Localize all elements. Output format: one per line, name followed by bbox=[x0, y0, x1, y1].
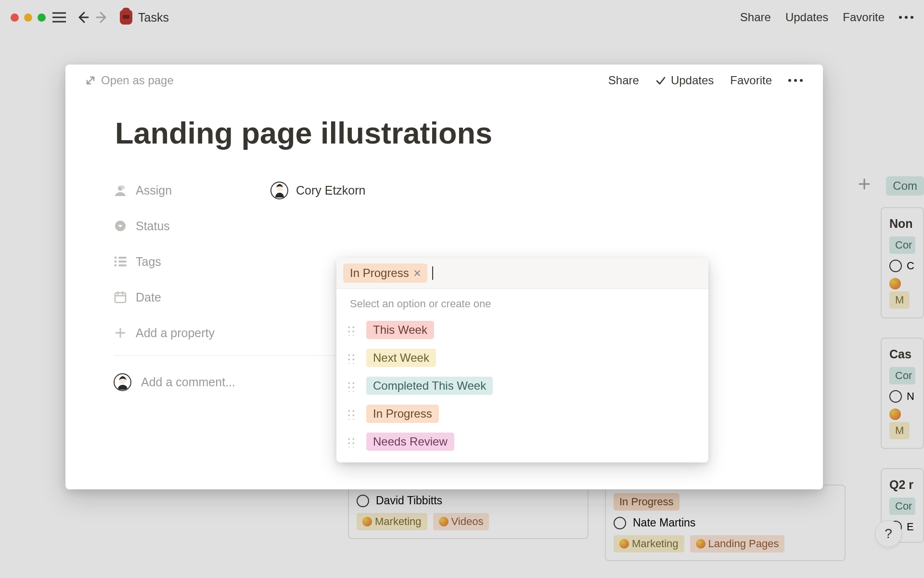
palette-icon bbox=[619, 539, 629, 549]
remove-chip-icon[interactable] bbox=[414, 270, 421, 276]
add-column-button[interactable] bbox=[858, 177, 871, 191]
breadcrumb-title: Tasks bbox=[138, 11, 169, 25]
property-row-assign[interactable]: Assign Cory Etzkorn bbox=[114, 172, 702, 208]
svg-rect-8 bbox=[115, 293, 126, 302]
list-icon bbox=[114, 255, 127, 268]
card-tag-badge: M bbox=[889, 291, 910, 309]
drag-handle-icon[interactable] bbox=[347, 436, 356, 447]
card-assignee: E bbox=[907, 521, 914, 533]
open-as-page-button[interactable]: Open as page bbox=[86, 74, 174, 87]
card-title: Cas bbox=[889, 347, 915, 361]
modal-actions: Share Updates Favorite bbox=[608, 74, 803, 87]
avatar-icon bbox=[889, 260, 902, 272]
window-zoom-icon[interactable] bbox=[38, 13, 46, 22]
app-topbar: Tasks Share Updates Favorite bbox=[0, 0, 924, 35]
drag-handle-icon[interactable] bbox=[347, 380, 356, 392]
more-icon[interactable] bbox=[899, 16, 913, 19]
card-status-badge: In Progress bbox=[614, 493, 680, 511]
board-card[interactable]: David Tibbitts Marketing Videos bbox=[348, 486, 589, 539]
card-title: Non bbox=[889, 217, 915, 231]
svg-rect-3 bbox=[118, 257, 127, 259]
avatar-icon bbox=[270, 182, 288, 199]
option-chip: Needs Review bbox=[366, 433, 454, 451]
modal-favorite-button[interactable]: Favorite bbox=[730, 74, 772, 87]
property-row-status[interactable]: Status bbox=[114, 208, 702, 244]
svg-point-6 bbox=[115, 264, 117, 267]
avatar-icon bbox=[889, 390, 902, 403]
page-title[interactable]: Landing page illustrations bbox=[115, 116, 702, 150]
board-card[interactable]: Non Cor C M bbox=[881, 207, 924, 318]
select-input-area[interactable]: In Progress bbox=[336, 258, 708, 289]
property-label: Assign bbox=[136, 184, 172, 197]
drag-handle-icon[interactable] bbox=[347, 352, 356, 364]
nav-forward-icon[interactable] bbox=[96, 11, 108, 24]
modal-more-icon[interactable] bbox=[788, 79, 803, 82]
select-option[interactable]: In Progress bbox=[336, 400, 708, 428]
option-chip: Next Week bbox=[366, 349, 436, 367]
person-icon bbox=[114, 184, 127, 197]
card-title: Q2 r bbox=[889, 478, 915, 492]
board-card[interactable]: In Progress Nate Martins Marketing Landi… bbox=[605, 485, 846, 561]
updates-button[interactable]: Updates bbox=[785, 11, 828, 24]
card-assignee: N bbox=[907, 390, 914, 403]
nav-back-icon[interactable] bbox=[77, 11, 89, 24]
select-option[interactable]: Completed This Week bbox=[336, 372, 708, 400]
card-status-badge: Cor bbox=[889, 367, 915, 384]
backpack-icon bbox=[120, 10, 132, 25]
svg-rect-7 bbox=[118, 264, 127, 266]
expand-icon bbox=[86, 76, 95, 85]
selected-status-label: In Progress bbox=[350, 266, 409, 280]
help-button[interactable]: ? bbox=[875, 520, 902, 547]
select-option[interactable]: This Week bbox=[336, 316, 708, 344]
select-hint: Select an option or create one bbox=[336, 289, 708, 316]
option-chip: Completed This Week bbox=[366, 377, 493, 395]
text-caret bbox=[432, 266, 433, 280]
svg-point-2 bbox=[115, 257, 117, 259]
share-button[interactable]: Share bbox=[740, 11, 771, 24]
property-label: Tags bbox=[136, 255, 161, 269]
sidebar-toggle-icon[interactable] bbox=[52, 12, 66, 23]
status-icon bbox=[114, 219, 127, 233]
select-options-list: This WeekNext WeekCompleted This WeekIn … bbox=[336, 316, 708, 462]
palette-icon bbox=[889, 278, 901, 289]
avatar-icon bbox=[114, 373, 131, 391]
modal-updates-button[interactable]: Updates bbox=[655, 74, 714, 87]
palette-icon bbox=[362, 517, 372, 526]
select-option[interactable]: Next Week bbox=[336, 344, 708, 372]
drag-handle-icon[interactable] bbox=[347, 408, 356, 420]
calendar-icon bbox=[114, 290, 127, 304]
card-tag-badge: M bbox=[889, 422, 910, 439]
drag-handle-icon[interactable] bbox=[347, 324, 356, 336]
property-label: Status bbox=[136, 219, 170, 233]
breadcrumb[interactable]: Tasks bbox=[120, 10, 169, 25]
topbar-actions: Share Updates Favorite bbox=[740, 11, 913, 24]
palette-icon bbox=[439, 517, 449, 526]
card-tag-badge: Videos bbox=[433, 513, 489, 530]
palette-icon bbox=[696, 539, 706, 549]
add-property-label: Add a property bbox=[136, 326, 215, 340]
select-search-input[interactable] bbox=[438, 265, 702, 281]
window-close-icon[interactable] bbox=[11, 13, 19, 22]
modal-share-button[interactable]: Share bbox=[608, 74, 639, 87]
comment-placeholder: Add a comment... bbox=[141, 375, 235, 389]
select-option[interactable]: Needs Review bbox=[336, 428, 708, 456]
board-card[interactable]: Cas Cor N M bbox=[881, 338, 924, 449]
window-traffic-lights bbox=[11, 13, 46, 22]
svg-point-4 bbox=[115, 261, 117, 263]
avatar-icon bbox=[614, 517, 626, 529]
card-assignee: Nate Martins bbox=[633, 516, 695, 529]
selected-status-chip[interactable]: In Progress bbox=[343, 263, 427, 283]
modal-topbar: Open as page Share Updates Favorite bbox=[65, 65, 823, 96]
card-status-badge: Cor bbox=[889, 498, 915, 515]
card-tag-badge: Landing Pages bbox=[690, 535, 785, 552]
plus-icon bbox=[114, 326, 127, 340]
card-assignee: David Tibbitts bbox=[376, 494, 442, 507]
assign-value: Cory Etzkorn bbox=[296, 184, 365, 197]
column-status-tag[interactable]: Com bbox=[886, 176, 924, 196]
favorite-button[interactable]: Favorite bbox=[843, 11, 885, 24]
open-as-page-label: Open as page bbox=[101, 74, 174, 87]
card-tag-badge: Marketing bbox=[357, 513, 427, 530]
window-minimize-icon[interactable] bbox=[24, 13, 32, 22]
option-chip: In Progress bbox=[366, 405, 439, 423]
status-select-popover: In Progress Select an option or create o… bbox=[336, 258, 708, 462]
